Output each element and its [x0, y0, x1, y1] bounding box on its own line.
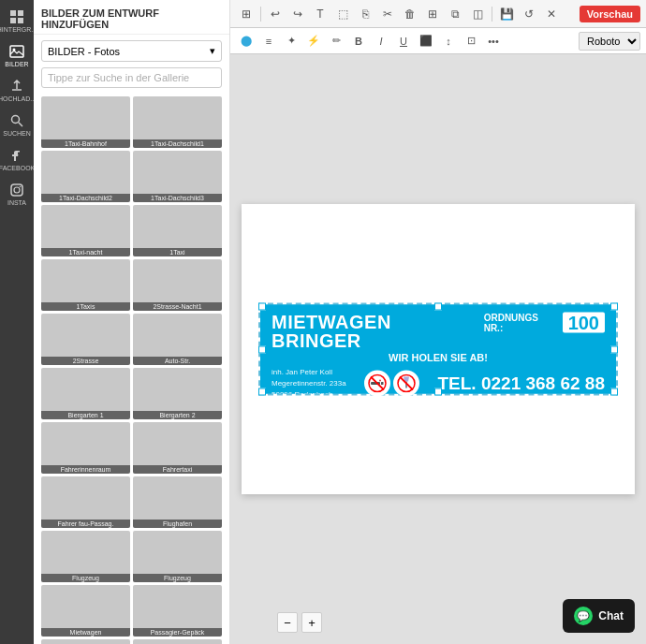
- undo-button[interactable]: ↩: [265, 4, 286, 24]
- sidebar-item-background[interactable]: HINTERGR...: [0, 4, 34, 38]
- image-grid: 1Taxi-Bahnhof1Taxi-Dachschild11Taxi-Dach…: [34, 94, 229, 644]
- sidebar-item-upload[interactable]: HOCHLAD...: [0, 73, 34, 108]
- svg-rect-8: [11, 184, 22, 196]
- main-area: ⊞ ↩ ↪ T ⬚ ⎘ ✂ 🗑 ⊞ ⧉ ◫ 💾 ↺ ✕ Vorschau ⬤ ≡…: [230, 0, 646, 644]
- more-button[interactable]: •••: [483, 31, 504, 51]
- image-item[interactable]: Passagier-Gepäck: [133, 585, 222, 637]
- banner-order: ORDNUNGS NR.: 100: [484, 313, 605, 333]
- image-item[interactable]: Passagier-Strasse: [41, 639, 130, 644]
- layers-button[interactable]: ◫: [467, 4, 488, 24]
- image-item[interactable]: 1Taxi-Bahnhof: [41, 96, 130, 148]
- image-item[interactable]: 2Strasse-Nacht1: [133, 259, 222, 311]
- separator: [492, 7, 492, 22]
- refresh-button[interactable]: ↺: [519, 4, 539, 24]
- handle-tm[interactable]: [434, 303, 442, 311]
- sidebar-item-images[interactable]: BILDER: [0, 38, 34, 73]
- sidebar-item-label: BILDER: [5, 61, 28, 67]
- image-item[interactable]: Auto-Str.: [133, 314, 222, 365]
- sidebar-item-facebook[interactable]: FACEBOOK: [0, 142, 34, 177]
- frame-button[interactable]: ⬚: [332, 4, 353, 24]
- sidebar-item-label: INSTA: [7, 199, 26, 206]
- chat-button[interactable]: 💬 Chat: [563, 599, 635, 633]
- grid-menu-button[interactable]: ⊞: [236, 4, 257, 24]
- facebook-icon: [9, 148, 24, 163]
- image-item[interactable]: Biergarten 2: [133, 368, 222, 419]
- arrange-button[interactable]: ⧉: [445, 4, 465, 24]
- banner-subtitle: WIR HOLEN SIE AB!: [272, 352, 605, 363]
- image-item[interactable]: Biergarten 1: [41, 368, 130, 419]
- image-item[interactable]: Fahrertaxi: [133, 422, 222, 474]
- image-item[interactable]: 1Taxi-Dachschild3: [133, 151, 222, 202]
- handle-tl[interactable]: [258, 303, 266, 311]
- handle-bl[interactable]: [258, 388, 266, 396]
- handle-ml[interactable]: [258, 345, 266, 353]
- image-item[interactable]: 2Strasse: [41, 314, 130, 365]
- image-item[interactable]: 1Taxis: [41, 259, 130, 311]
- image-item[interactable]: Fahrer fau-Passag.: [41, 476, 130, 528]
- bold-button[interactable]: B: [348, 31, 369, 51]
- lightning-button[interactable]: ⚡: [303, 31, 324, 51]
- handle-tr[interactable]: [610, 303, 618, 311]
- font-select[interactable]: Roboto: [579, 32, 640, 51]
- image-item[interactable]: Flughafen: [133, 476, 222, 528]
- banner[interactable]: MIETWAGEN BRINGER ORDNUNGS NR.: 100 WIR …: [260, 305, 616, 394]
- color-picker-button[interactable]: ⬤: [236, 31, 257, 51]
- delete-button[interactable]: 🗑: [400, 4, 420, 24]
- close-button[interactable]: ✕: [541, 4, 562, 24]
- banner-top-row: MIETWAGEN BRINGER ORDNUNGS NR.: 100: [272, 313, 605, 350]
- banner-title: MIETWAGEN BRINGER: [272, 313, 484, 350]
- banner-address: inh. Jan Peter Koll Megeretinnenstr. 233…: [272, 367, 346, 401]
- cut-button[interactable]: ✂: [377, 4, 398, 24]
- underline-button[interactable]: U: [393, 31, 414, 51]
- svg-point-14: [379, 380, 381, 382]
- image-item[interactable]: 1Taxi-Dachschild1: [133, 96, 222, 148]
- separator: [260, 7, 261, 22]
- align-center-button[interactable]: ⬛: [416, 31, 436, 51]
- image-icon: [9, 44, 24, 59]
- address-line2: Megeretinnenstr. 233a: [272, 378, 346, 389]
- text-button[interactable]: T: [310, 4, 330, 24]
- handle-bm[interactable]: [434, 388, 442, 396]
- duplicate-button[interactable]: ⊞: [422, 4, 443, 24]
- zoom-out-button[interactable]: −: [277, 612, 298, 633]
- address-line3: 50996 Rodenbach: [272, 389, 346, 401]
- sidebar-item-search[interactable]: SUCHEN: [0, 108, 34, 142]
- svg-rect-4: [10, 46, 23, 57]
- image-item[interactable]: Flugzeug: [133, 531, 222, 582]
- save-button[interactable]: 💾: [496, 4, 517, 24]
- copy-button[interactable]: ⎘: [355, 4, 375, 24]
- no-alcohol-icon: [393, 371, 419, 397]
- image-item[interactable]: 1Taxi-Dachschild2: [41, 151, 130, 202]
- image-item[interactable]: Flugzeug: [41, 531, 130, 582]
- image-item[interactable]: 1Taxi: [133, 205, 222, 256]
- svg-rect-13: [381, 382, 384, 385]
- zoom-in-button[interactable]: +: [301, 612, 322, 633]
- dropdown-label: BILDER - Fotos: [48, 46, 120, 57]
- sparkle-button[interactable]: ✦: [281, 31, 301, 51]
- italic-button[interactable]: I: [371, 31, 391, 51]
- no-smoking-icon: [364, 371, 390, 397]
- text-height-button[interactable]: ↕: [438, 31, 459, 51]
- crop-button[interactable]: ⊡: [461, 31, 481, 51]
- upload-icon: [9, 79, 24, 94]
- handle-br[interactable]: [610, 388, 618, 396]
- eraser-button[interactable]: ✏: [326, 31, 346, 51]
- preview-button[interactable]: Vorschau: [580, 6, 640, 22]
- chevron-down-icon: ▾: [210, 45, 215, 57]
- svg-rect-0: [10, 10, 16, 16]
- redo-button[interactable]: ↪: [287, 4, 308, 24]
- image-item[interactable]: Passagier-Str.2: [133, 639, 222, 644]
- instagram-icon: [9, 183, 24, 198]
- dropdown-images[interactable]: BILDER - Fotos ▾: [41, 40, 222, 62]
- search-icon: [9, 113, 24, 128]
- image-item[interactable]: Mietwagen: [41, 585, 130, 637]
- search-input[interactable]: Tippe zur Suche in der Gallerie: [41, 67, 222, 88]
- image-item[interactable]: 1Taxi-nacht: [41, 205, 130, 256]
- panel-header: BILDER ZUM ENTWURF HINZUFÜGEN: [34, 0, 229, 35]
- address-line1: inh. Jan Peter Koll: [272, 367, 346, 378]
- align-left-button[interactable]: ≡: [258, 31, 279, 51]
- top-toolbar: ⊞ ↩ ↪ T ⬚ ⎘ ✂ 🗑 ⊞ ⧉ ◫ 💾 ↺ ✕ Vorschau: [230, 0, 646, 28]
- handle-mr[interactable]: [610, 345, 618, 353]
- image-item[interactable]: Fahrerinnenraum: [41, 422, 130, 474]
- sidebar-item-instagram[interactable]: INSTA: [0, 177, 34, 212]
